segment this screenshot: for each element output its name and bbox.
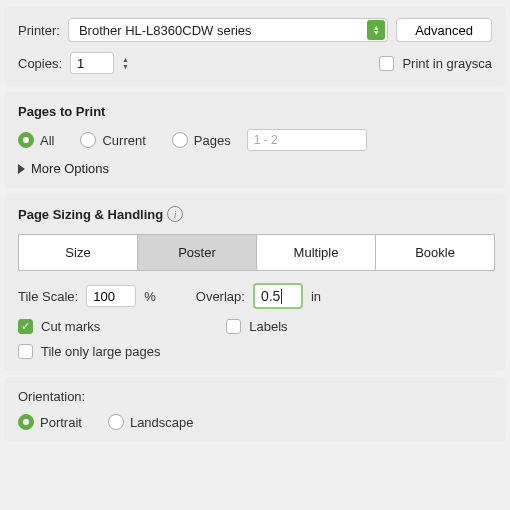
sizing-section: Page Sizing & Handling i Size Poster Mul… [4, 194, 506, 371]
pages-current-label: Current [102, 133, 145, 148]
orientation-portrait-radio[interactable] [18, 414, 34, 430]
overlap-input[interactable]: 0.5 [253, 283, 303, 309]
overlap-unit: in [311, 289, 321, 304]
printer-selected: Brother HL-L8360CDW series [79, 23, 252, 38]
stepper-up-icon[interactable]: ▲ [122, 57, 134, 63]
orientation-section: Orientation: Portrait Landscape [4, 377, 506, 442]
pages-all-radio[interactable] [18, 132, 34, 148]
pages-section: Pages to Print All Current Pages 1 - 2 M… [4, 92, 506, 188]
overlap-label: Overlap: [196, 289, 245, 304]
pages-all-label: All [40, 133, 54, 148]
dropdown-arrows-icon: ▲▼ [367, 20, 385, 40]
advanced-button[interactable]: Advanced [396, 18, 492, 42]
copies-input[interactable] [70, 52, 114, 74]
pages-heading: Pages to Print [18, 104, 492, 119]
tile-scale-input[interactable] [86, 285, 136, 307]
tab-booklet[interactable]: Bookle [375, 234, 495, 271]
printer-label: Printer: [18, 23, 60, 38]
sizing-heading: Page Sizing & Handling [18, 207, 163, 222]
orientation-portrait-label: Portrait [40, 415, 82, 430]
printer-section: Printer: Brother HL-L8360CDW series ▲▼ A… [4, 6, 506, 86]
sizing-tabs: Size Poster Multiple Bookle [18, 234, 492, 271]
grayscale-label: Print in graysca [402, 56, 492, 71]
info-icon[interactable]: i [167, 206, 183, 222]
orientation-landscape-label: Landscape [130, 415, 194, 430]
labels-label: Labels [249, 319, 287, 334]
pages-range-input[interactable]: 1 - 2 [247, 129, 367, 151]
orientation-landscape-radio[interactable] [108, 414, 124, 430]
tab-multiple[interactable]: Multiple [256, 234, 376, 271]
tile-scale-label: Tile Scale: [18, 289, 78, 304]
tab-size[interactable]: Size [18, 234, 138, 271]
tile-only-label: Tile only large pages [41, 344, 160, 359]
cutmarks-checkbox[interactable]: ✓ [18, 319, 33, 334]
pages-range-label: Pages [194, 133, 231, 148]
copies-stepper[interactable]: ▲ ▼ [122, 52, 134, 74]
tab-poster[interactable]: Poster [137, 234, 257, 271]
more-options-toggle[interactable]: More Options [18, 161, 492, 176]
stepper-down-icon[interactable]: ▼ [122, 64, 134, 70]
cutmarks-label: Cut marks [41, 319, 100, 334]
more-options-label: More Options [31, 161, 109, 176]
pages-current-radio[interactable] [80, 132, 96, 148]
tile-scale-unit: % [144, 289, 156, 304]
grayscale-checkbox[interactable] [379, 56, 394, 71]
copies-label: Copies: [18, 56, 62, 71]
pages-range-radio[interactable] [172, 132, 188, 148]
orientation-heading: Orientation: [18, 389, 492, 404]
tile-only-checkbox[interactable] [18, 344, 33, 359]
disclosure-arrow-icon [18, 164, 25, 174]
labels-checkbox[interactable] [226, 319, 241, 334]
printer-dropdown[interactable]: Brother HL-L8360CDW series ▲▼ [68, 18, 388, 42]
